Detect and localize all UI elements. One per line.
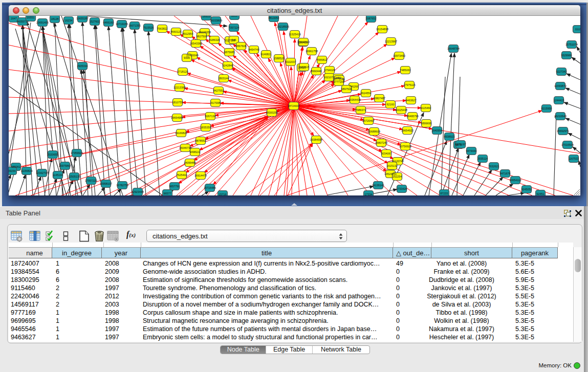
svg-text:9498222: 9498222 xyxy=(190,150,201,154)
svg-text:15716: 15716 xyxy=(219,193,227,195)
svg-text:16543382: 16543382 xyxy=(190,42,202,45)
svg-text:1810755: 1810755 xyxy=(172,101,183,104)
svg-text:8267130: 8267130 xyxy=(205,115,216,118)
svg-text:17359924: 17359924 xyxy=(71,151,83,155)
svg-text:15807249: 15807249 xyxy=(375,141,387,144)
svg-text:92451: 92451 xyxy=(537,192,545,195)
svg-text:11156829: 11156829 xyxy=(20,169,32,172)
svg-text:1244415: 1244415 xyxy=(554,99,564,102)
svg-text:15716485: 15716485 xyxy=(204,186,216,189)
svg-text:8471676: 8471676 xyxy=(500,172,511,175)
svg-text:1621072: 1621072 xyxy=(324,76,335,79)
svg-text:7625402: 7625402 xyxy=(177,173,187,177)
svg-text:3624554: 3624554 xyxy=(361,92,372,95)
svg-text:1112: 1112 xyxy=(575,28,580,31)
svg-text:12213369: 12213369 xyxy=(173,86,186,89)
svg-text:15226058: 15226058 xyxy=(199,31,211,34)
svg-text:12923448: 12923448 xyxy=(132,190,144,193)
svg-text:10756928: 10756928 xyxy=(399,145,411,148)
svg-text:19218506: 19218506 xyxy=(277,25,289,28)
svg-text:14099489: 14099489 xyxy=(184,161,196,164)
svg-text:1835359: 1835359 xyxy=(201,126,211,129)
svg-text:9474444: 9474444 xyxy=(466,149,477,152)
svg-text:62160: 62160 xyxy=(387,103,395,106)
svg-text:14055712: 14055712 xyxy=(16,20,29,23)
svg-text:20364436: 20364436 xyxy=(349,98,361,101)
svg-text:20975867: 20975867 xyxy=(59,164,71,167)
svg-text:8813054: 8813054 xyxy=(269,16,279,19)
svg-text:1527602: 1527602 xyxy=(90,20,100,23)
svg-text:2718120: 2718120 xyxy=(178,70,188,73)
svg-text:6466160: 6466160 xyxy=(103,21,114,24)
svg-text:5322037: 5322037 xyxy=(286,60,296,63)
svg-text:7986372: 7986372 xyxy=(356,108,366,112)
svg-text:19384554: 19384554 xyxy=(310,138,322,141)
svg-text:18128: 18128 xyxy=(51,17,59,20)
svg-text:18495796: 18495796 xyxy=(406,115,419,118)
svg-text:1167533: 1167533 xyxy=(569,157,579,160)
svg-text:9146821: 9146821 xyxy=(261,53,272,56)
svg-text:8813: 8813 xyxy=(231,16,237,17)
svg-text:15692971: 15692971 xyxy=(557,129,569,133)
svg-text:19654985: 19654985 xyxy=(171,116,183,119)
svg-text:18724007: 18724007 xyxy=(288,104,300,107)
svg-text:7485063: 7485063 xyxy=(400,69,411,72)
svg-text:8427552: 8427552 xyxy=(213,89,224,92)
svg-text:16961758: 16961758 xyxy=(306,50,318,53)
svg-text:9396: 9396 xyxy=(184,56,190,59)
svg-text:10958107: 10958107 xyxy=(100,182,112,185)
svg-text:252254: 252254 xyxy=(393,175,402,178)
svg-text:9777169: 9777169 xyxy=(334,80,344,83)
svg-text:10807487: 10807487 xyxy=(373,97,385,100)
svg-text:9242848: 9242848 xyxy=(223,64,233,67)
svg-text:18300295: 18300295 xyxy=(266,111,278,114)
svg-text:10025438: 10025438 xyxy=(395,108,407,112)
svg-text:8990448: 8990448 xyxy=(311,70,322,73)
svg-text:8938923: 8938923 xyxy=(444,135,455,138)
svg-text:8186328: 8186328 xyxy=(209,38,220,41)
svg-text:2803144: 2803144 xyxy=(219,77,229,80)
svg-text:17957225: 17957225 xyxy=(85,179,97,182)
svg-text:2087652: 2087652 xyxy=(366,17,377,20)
svg-text:9827500: 9827500 xyxy=(197,35,207,38)
svg-text:17975115: 17975115 xyxy=(403,83,416,86)
svg-text:9657791: 9657791 xyxy=(169,185,180,188)
svg-text:3875685: 3875685 xyxy=(224,51,235,54)
svg-text:9034067: 9034067 xyxy=(381,152,392,155)
svg-text:96577: 96577 xyxy=(164,192,171,195)
svg-text:8878552: 8878552 xyxy=(195,139,206,142)
svg-text:6897508: 6897508 xyxy=(341,87,352,91)
svg-text:1615132: 1615132 xyxy=(387,164,398,167)
svg-text:12093872: 12093872 xyxy=(554,84,567,87)
svg-text:16933: 16933 xyxy=(203,16,210,18)
svg-text:6899695: 6899695 xyxy=(421,122,432,125)
svg-text:9463627: 9463627 xyxy=(406,99,417,102)
svg-text:9115460: 9115460 xyxy=(421,106,431,110)
svg-text:7563822: 7563822 xyxy=(157,27,168,30)
svg-text:1162615: 1162615 xyxy=(299,65,310,69)
svg-text:10719155: 10719155 xyxy=(116,23,128,26)
svg-text:16154838: 16154838 xyxy=(376,28,388,31)
svg-text:8912954: 8912954 xyxy=(183,32,193,35)
svg-text:10655287: 10655287 xyxy=(76,17,89,20)
svg-text:19166827: 19166827 xyxy=(175,132,187,135)
svg-text:8660125: 8660125 xyxy=(171,30,182,33)
svg-text:39154: 39154 xyxy=(9,169,16,172)
svg-text:15720407: 15720407 xyxy=(362,119,375,122)
svg-text:11325419: 11325419 xyxy=(289,33,301,36)
svg-text:2020655: 2020655 xyxy=(48,153,58,156)
svg-text:16782759: 16782759 xyxy=(116,184,128,187)
svg-text:20691406: 20691406 xyxy=(36,21,49,24)
svg-text:10973493: 10973493 xyxy=(393,54,405,57)
svg-text:16046738: 16046738 xyxy=(179,146,191,149)
svg-text:12213967: 12213967 xyxy=(385,40,397,43)
svg-text:1145194: 1145194 xyxy=(53,173,63,177)
svg-text:6379197: 6379197 xyxy=(455,143,466,146)
svg-text:8454749: 8454749 xyxy=(249,48,259,51)
svg-text:15640910: 15640910 xyxy=(297,40,310,43)
svg-text:12505135: 12505135 xyxy=(68,175,80,178)
svg-text:10654112: 10654112 xyxy=(509,179,521,182)
svg-text:9245052: 9245052 xyxy=(521,188,532,191)
svg-text:17016504: 17016504 xyxy=(561,143,574,146)
svg-text:2905334: 2905334 xyxy=(77,64,88,68)
